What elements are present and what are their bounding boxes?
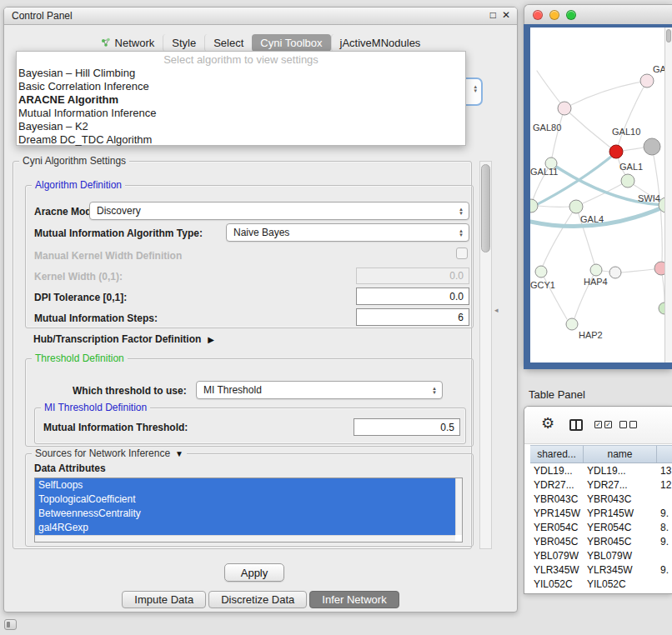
network-edge[interactable] [543,207,576,266]
apply-button[interactable]: Apply [224,563,284,582]
manual-kernel-checkbox[interactable] [456,248,468,259]
which-threshold-value: MI Threshold [197,384,429,396]
table-cell: 12 [657,478,672,492]
mi-type-select[interactable]: Naive Bayes ▴▾ [226,223,469,242]
network-canvas-scrollbar-thumb[interactable] [666,29,671,42]
minimized-panel-icon[interactable] [4,619,17,630]
mi-steps-field[interactable]: 6 [356,308,469,326]
table-cell: YIL052C [584,578,657,592]
tab-select[interactable]: Select [204,34,252,52]
network-canvas[interactable]: GALGAL80GAL10GAL11GAL1SWI4GAL4GCY1HAP4HA… [530,28,672,362]
table-cell: YBR045C [584,535,657,549]
settings-scrollbar-thumb[interactable] [481,164,490,252]
table-row[interactable]: YPR145WYPR145W9. [530,507,672,521]
bottom-tab-infer-network[interactable]: Infer Network [309,591,399,608]
network-node-hap2[interactable] [566,318,578,330]
checkbox-checked-glyph: ✓ [604,421,612,428]
dpi-tolerance-field[interactable]: 0.0 [356,288,469,305]
table-rows: YDL19...YDL19...13YDR27...YDR27...12YBR0… [530,464,672,593]
network-edge[interactable] [564,108,610,148]
combo-down-glyph: ▾ [433,390,436,394]
hub-section-toggle[interactable]: Hub/Transcription Factor Definition ▶ [33,333,214,345]
algorithm-option-bayesian-k2[interactable]: Bayesian – K2 [17,120,465,133]
table-cell: YBR045C [530,535,584,549]
unchecked-boxes-icon[interactable] [619,421,637,428]
network-node-label: GAL4 [580,214,604,224]
network-node-unlabeled[interactable] [609,267,621,278]
algorithm-option-mutual-information-inference[interactable]: Mutual Information Inference [17,107,465,120]
attributes-list-hscrollbar[interactable] [35,535,455,542]
table-row[interactable]: YER054CYER054C8. [530,521,672,535]
table-row[interactable]: YBR045CYBR045C9. [530,535,672,549]
table-cell: YBL079W [530,549,584,563]
network-node-unlabeled[interactable] [644,138,660,155]
network-edge[interactable] [602,271,609,272]
which-threshold-select[interactable]: MI Threshold ▴▾ [196,381,443,399]
mi-threshold-field[interactable]: 0.5 [354,418,460,436]
network-node-unlabeled[interactable] [530,199,538,212]
network-node-gal10[interactable] [609,145,623,158]
network-edge[interactable] [538,206,569,207]
algorithm-option-bayesian-hill-climbing[interactable]: Bayesian – Hill Climbing [17,67,465,80]
network-edge[interactable] [552,108,564,158]
table-row[interactable]: YLR345WYLR345W9. [530,563,672,578]
table-row[interactable]: YDL19...YDL19...13 [530,464,672,478]
table-row[interactable]: YIL052CYIL052C [530,578,672,592]
minimize-traffic-light-icon[interactable] [549,10,559,20]
network-edge[interactable] [621,269,654,272]
bottom-tab-discretize-data[interactable]: Discretize Data [208,591,307,608]
gear-icon[interactable]: ⚙ [541,414,554,432]
table-toolbar: ⚙ ✓ ✓ [524,407,672,444]
tab-network[interactable]: Network [93,34,163,52]
close-traffic-light-icon[interactable] [533,10,543,20]
table-row[interactable]: YBL079WYBL079W [530,549,672,563]
network-edge[interactable] [541,272,567,319]
tab-style[interactable]: Style [163,34,204,52]
network-node-gal1[interactable] [621,174,634,188]
algorithm-option-aracne-algorithm[interactable]: ARACNE Algorithm [17,93,465,107]
algorithm-option-dream8-dc-tdc-algorithm[interactable]: Dream8 DC_TDC Algorithm [17,133,465,147]
algorithm-option-basic-correlation-inference[interactable]: Basic Correlation Inference [17,80,465,93]
attribute-item-gal4rgexp[interactable]: gal4RGexp [35,521,455,535]
attribute-item-betweennesscentrality[interactable]: BetweennessCentrality [35,507,455,521]
kernel-width-field[interactable]: 0.0 [356,268,469,284]
attributes-list-vscrollbar[interactable] [455,478,462,535]
network-node-gal80[interactable] [558,102,571,115]
tab-jactivemnodules[interactable]: jActiveMNodules [331,34,429,52]
sources-toggle[interactable]: Sources for Network Inference ▼ [32,448,187,459]
column-header-shared[interactable]: shared... [530,446,584,462]
network-view-window: GALGAL80GAL10GAL11GAL1SWI4GAL4GCY1HAP4HA… [524,4,672,369]
splitter-arrow-icon[interactable]: ◂ [494,306,499,314]
zoom-traffic-light-icon[interactable] [566,10,576,20]
network-node-gal4[interactable] [569,200,583,213]
attributes-list: SelfLoopsTopologicalCoefficientBetweenne… [35,478,462,535]
network-edge[interactable] [571,81,647,105]
network-canvas-scrollbar[interactable] [664,28,672,362]
network-node-gcy1[interactable] [535,266,547,278]
network-node-gal[interactable] [640,74,654,88]
network-node-hap4[interactable] [590,264,602,276]
column-header-name[interactable]: name [584,446,657,462]
network-edge[interactable] [533,152,616,207]
close-icon[interactable]: ✕ [502,9,510,21]
checked-boxes-icon[interactable]: ✓ ✓ [594,421,612,428]
bottom-tab-impute-data[interactable]: Impute Data [122,591,206,608]
algorithm-definition-title: Algorithm Definition [32,179,125,191]
attribute-item-topologicalcoefficient[interactable]: TopologicalCoefficient [35,492,455,507]
kernel-width-label: Kernel Width (0,1): [34,271,123,282]
tab-label: jActiveMNodules [340,37,421,49]
network-node-label: GAL1 [619,162,643,172]
float-icon[interactable]: □ [490,9,496,21]
table-row[interactable]: YBR043CYBR043C [530,492,672,507]
bottom-tab-bar: Impute DataDiscretize DataInfer Network [4,591,517,608]
algorithm-dropdown-popup: Select algorithm to view settings Bayesi… [16,51,466,146]
split-columns-icon[interactable] [569,419,583,431]
column-header-col-2[interactable] [657,446,672,462]
tab-cyni-toolbox[interactable]: Cyni Toolbox [252,34,330,52]
attribute-item-selfloops[interactable]: SelfLoops [35,478,455,492]
table-cell: YDR27... [584,478,657,492]
aracne-mode-select[interactable]: Discovery ▴▾ [89,202,469,220]
threshold-definition-title: Threshold Definition [32,352,128,364]
table-row[interactable]: YDR27...YDR27...12 [530,478,672,492]
settings-scrollbar[interactable] [479,161,492,549]
